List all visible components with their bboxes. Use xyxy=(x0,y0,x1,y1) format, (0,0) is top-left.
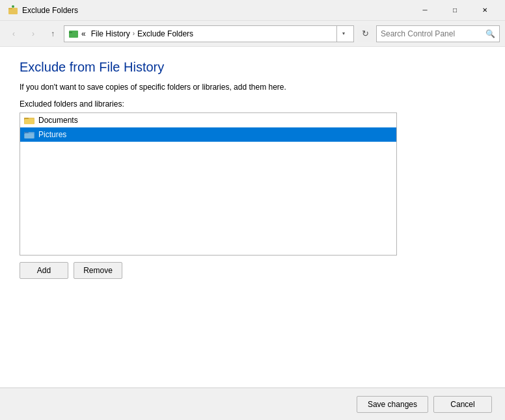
section-label: Excluded folders and libraries: xyxy=(20,99,485,109)
remove-button[interactable]: Remove xyxy=(74,262,122,279)
back-icon: ‹ xyxy=(12,29,15,38)
description: If you don't want to save copies of spec… xyxy=(20,83,485,92)
list-item-documents-label: Documents xyxy=(38,116,78,125)
search-input[interactable] xyxy=(381,29,483,38)
svg-rect-5 xyxy=(69,32,72,33)
close-button[interactable]: ✕ xyxy=(470,0,500,21)
title-bar: Exclude Folders ─ □ ✕ xyxy=(0,0,505,21)
title-controls: ─ □ ✕ xyxy=(410,0,500,21)
breadcrumb-current: Exclude Folders xyxy=(137,29,193,38)
cancel-button[interactable]: Cancel xyxy=(433,396,492,413)
svg-rect-1 xyxy=(8,8,12,9)
address-chevron[interactable]: ▾ xyxy=(336,25,349,42)
footer-bar: Save changes Cancel xyxy=(0,387,505,420)
svg-rect-11 xyxy=(25,133,34,138)
svg-rect-8 xyxy=(25,119,34,124)
add-button[interactable]: Add xyxy=(20,262,68,279)
refresh-button[interactable]: ↻ xyxy=(357,25,374,42)
window-icon xyxy=(8,5,18,16)
svg-rect-4 xyxy=(69,31,78,38)
back-button[interactable]: ‹ xyxy=(5,25,22,42)
save-changes-button[interactable]: Save changes xyxy=(357,396,428,413)
minimize-button[interactable]: ─ xyxy=(410,0,440,21)
action-buttons: Add Remove xyxy=(20,262,485,279)
documents-folder-icon xyxy=(24,115,34,125)
search-icon[interactable]: 🔍 xyxy=(485,29,495,38)
title-bar-left: Exclude Folders xyxy=(8,5,78,16)
breadcrumb-arrow: › xyxy=(133,30,135,37)
breadcrumb-file-history[interactable]: File History xyxy=(91,29,130,38)
pictures-folder-icon xyxy=(24,129,34,140)
window-title: Exclude Folders xyxy=(22,6,78,15)
breadcrumb-prefix: « xyxy=(81,29,86,38)
breadcrumb: « File History › Exclude Folders xyxy=(81,29,334,38)
excluded-folders-list[interactable]: Documents Pictures xyxy=(20,112,397,256)
main-content: Exclude from File History If you don't w… xyxy=(0,47,505,387)
forward-button[interactable]: › xyxy=(25,25,42,42)
address-bar: ‹ › ↑ « File History › Exclude Folders ▾… xyxy=(0,21,505,47)
maximize-button[interactable]: □ xyxy=(440,0,470,21)
forward-icon: › xyxy=(32,29,34,38)
list-item-pictures[interactable]: Pictures xyxy=(20,127,396,142)
list-item-documents[interactable]: Documents xyxy=(20,113,396,127)
up-icon: ↑ xyxy=(51,29,55,38)
up-button[interactable]: ↑ xyxy=(44,25,61,42)
list-item-pictures-label: Pictures xyxy=(38,130,66,139)
svg-point-3 xyxy=(12,6,14,7)
address-file-icon xyxy=(68,29,79,39)
page-title: Exclude from File History xyxy=(20,60,485,75)
search-box[interactable]: 🔍 xyxy=(376,25,500,42)
address-field[interactable]: « File History › Exclude Folders ▾ xyxy=(64,25,354,42)
